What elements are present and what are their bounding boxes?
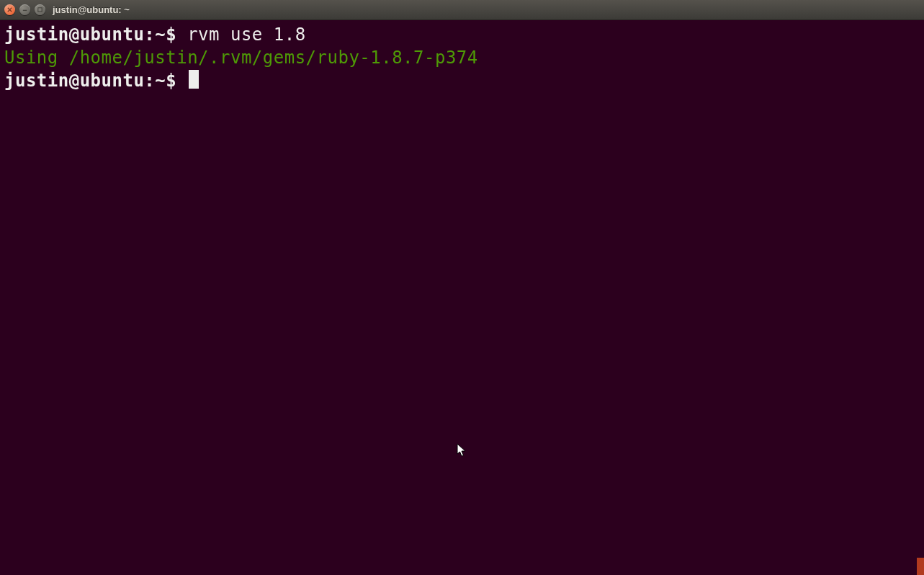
current-prompt-line: justin@ubuntu:~$ — [4, 69, 920, 92]
close-button[interactable] — [4, 4, 15, 15]
command-text: rvm use 1.8 — [187, 24, 305, 45]
prompt-path: ~ — [155, 24, 166, 45]
text-cursor — [189, 70, 199, 89]
maximize-icon — [37, 6, 43, 13]
minimize-icon — [22, 6, 28, 13]
terminal-window: justin@ubuntu: ~ justin@ubuntu:~$ rvm us… — [0, 0, 924, 575]
prompt-user-host: justin@ubuntu — [4, 71, 144, 91]
command-text — [176, 24, 187, 45]
svg-rect-3 — [38, 8, 42, 12]
prompt-user-host: justin@ubuntu — [4, 24, 144, 45]
output-line: Using /home/justin/.rvm/gems/ruby-1.8.7-… — [4, 46, 920, 69]
command-line: justin@ubuntu:~$ rvm use 1.8 — [4, 23, 920, 46]
maximize-button[interactable] — [35, 4, 45, 15]
terminal-output-area[interactable]: justin@ubuntu:~$ rvm use 1.8 Using /home… — [0, 20, 924, 575]
mouse-cursor-icon — [457, 443, 467, 458]
prompt-space — [176, 71, 187, 91]
prompt-path: ~ — [155, 71, 166, 91]
prompt-colon: : — [144, 24, 155, 45]
titlebar[interactable]: justin@ubuntu: ~ — [0, 0, 924, 20]
minimize-button[interactable] — [19, 4, 30, 15]
window-controls — [4, 4, 45, 15]
window-title: justin@ubuntu: ~ — [53, 4, 130, 15]
prompt-colon: : — [144, 71, 155, 91]
close-icon — [6, 6, 13, 13]
prompt-symbol: $ — [166, 71, 176, 91]
scrollbar-thumb[interactable] — [917, 558, 924, 575]
prompt-symbol: $ — [166, 24, 176, 45]
